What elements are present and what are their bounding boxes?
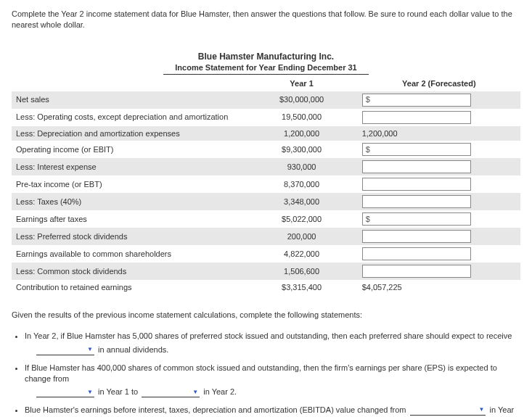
year2-cell: [358, 109, 520, 126]
row-label: Net sales: [12, 91, 245, 109]
row-label: Earnings after taxes: [12, 210, 245, 228]
year2-field[interactable]: [373, 215, 473, 223]
table-row: Pre-tax income (or EBT)8,370,000: [12, 176, 520, 193]
question-list: In Year 2, if Blue Hamster has 5,000 sha…: [12, 331, 520, 417]
year2-cell: [358, 158, 520, 176]
year1-value: $5,022,000: [245, 210, 357, 228]
table-row: Earnings available to common shareholder…: [12, 245, 520, 263]
table-row: Less: Preferred stock dividends200,000: [12, 228, 520, 245]
caret-down-icon: ▼: [192, 389, 198, 397]
table-row: Less: Operating costs, except depreciati…: [12, 109, 520, 126]
followup-intro: Given the results of the previous income…: [12, 310, 520, 321]
year2-input[interactable]: [362, 230, 471, 243]
year2-cell: $: [358, 210, 520, 228]
year1-value: $30,000,000: [245, 91, 357, 109]
dollar-sign-icon: $: [366, 214, 370, 225]
year2-cell: [358, 228, 520, 245]
year2-cell: $: [358, 91, 520, 109]
dollar-sign-icon: $: [366, 94, 370, 105]
year2-field[interactable]: [366, 232, 467, 241]
year2-cell: [358, 193, 520, 210]
row-label: Less: Preferred stock dividends: [12, 228, 245, 245]
q3-dropdown-1[interactable]: ▼: [410, 406, 486, 416]
row-label: Less: Interest expense: [12, 158, 245, 176]
row-label: Contribution to retained earnings: [12, 280, 245, 295]
row-label: Earnings available to common shareholder…: [12, 245, 245, 263]
row-label: Less: Depreciation and amortization expe…: [12, 126, 245, 141]
question-3: Blue Hamster's earnings before interest,…: [25, 405, 520, 417]
year2-field[interactable]: [366, 180, 467, 189]
year2-input[interactable]: [362, 247, 471, 260]
year1-value: 200,000: [245, 228, 357, 245]
year2-cell: $4,057,225: [358, 280, 520, 295]
year2-input[interactable]: [362, 160, 471, 173]
year2-input[interactable]: $: [362, 143, 471, 156]
table-row: Earnings after taxes$5,022,000$: [12, 210, 520, 228]
company-name: Blue Hamster Manufacturing Inc.: [12, 51, 520, 62]
year2-value: $4,057,225: [362, 282, 402, 293]
q1-text-b: in annual dividends.: [98, 345, 168, 354]
year2-cell: [358, 263, 520, 280]
year2-input[interactable]: [362, 111, 471, 124]
table-row: Less: Common stock dividends1,506,600: [12, 263, 520, 280]
year2-field[interactable]: [366, 197, 467, 206]
q2-text-a: If Blue Hamster has 400,000 shares of co…: [25, 363, 497, 383]
col-blank: [12, 76, 245, 91]
row-label: Less: Operating costs, except depreciati…: [12, 109, 245, 126]
year1-value: 4,822,000: [245, 245, 357, 263]
year1-value: 8,370,000: [245, 176, 357, 193]
year2-input[interactable]: [362, 195, 471, 208]
year2-field[interactable]: [366, 267, 467, 276]
row-label: Pre-tax income (or EBT): [12, 176, 245, 193]
caret-down-icon: ▼: [87, 346, 93, 354]
table-row: Net sales$30,000,000$: [12, 91, 520, 109]
year2-field[interactable]: [366, 113, 467, 122]
q2-text-b: in Year 1 to: [98, 387, 138, 396]
caret-down-icon: ▼: [479, 406, 485, 414]
q2-dropdown-1[interactable]: ▼: [36, 389, 94, 398]
statement-title: Income Statement for Year Ending Decembe…: [163, 62, 368, 75]
table-row: Operating income (or EBIT)$9,300,000$: [12, 141, 520, 158]
question-1: In Year 2, if Blue Hamster has 5,000 sha…: [25, 331, 520, 355]
year2-value: 1,200,000: [362, 128, 398, 139]
year2-field[interactable]: [373, 96, 473, 104]
table-row: Less: Depreciation and amortization expe…: [12, 126, 520, 141]
year1-value: 1,506,600: [245, 263, 357, 280]
year2-input[interactable]: [362, 178, 471, 191]
q2-dropdown-2[interactable]: ▼: [142, 389, 200, 398]
year1-value: 19,500,000: [245, 109, 357, 126]
income-statement-table: Year 1 Year 2 (Forecasted) Net sales$30,…: [12, 76, 520, 296]
year2-cell: [358, 176, 520, 193]
year2-field[interactable]: [366, 249, 467, 258]
year2-input[interactable]: [362, 265, 471, 278]
table-row: Less: Interest expense930,000: [12, 158, 520, 176]
table-row: Contribution to retained earnings$3,315,…: [12, 280, 520, 295]
year1-value: 930,000: [245, 158, 357, 176]
year1-value: $3,315,400: [245, 280, 357, 295]
year2-field[interactable]: [373, 145, 473, 154]
year1-value: 1,200,000: [245, 126, 357, 141]
col-year2: Year 2 (Forecasted): [358, 76, 520, 91]
q3-text-a: Blue Hamster's earnings before interest,…: [25, 405, 406, 414]
q1-dropdown[interactable]: ▼: [36, 346, 94, 355]
q1-text-a: In Year 2, if Blue Hamster has 5,000 sha…: [25, 331, 512, 340]
year2-cell: $: [358, 141, 520, 158]
row-label: Less: Common stock dividends: [12, 263, 245, 280]
year2-input[interactable]: $: [362, 94, 471, 107]
row-label: Operating income (or EBIT): [12, 141, 245, 158]
year2-cell: [358, 245, 520, 263]
col-year1: Year 1: [245, 76, 357, 91]
caret-down-icon: ▼: [87, 389, 93, 397]
year2-cell: 1,200,000: [358, 126, 520, 141]
question-2: If Blue Hamster has 400,000 shares of co…: [25, 363, 520, 398]
instructions: Complete the Year 2 income statement dat…: [12, 9, 520, 30]
year2-field[interactable]: [366, 162, 467, 171]
table-row: Less: Taxes (40%)3,348,000: [12, 193, 520, 210]
year1-value: 3,348,000: [245, 193, 357, 210]
year2-input[interactable]: $: [362, 212, 471, 226]
row-label: Less: Taxes (40%): [12, 193, 245, 210]
q2-text-c: in Year 2.: [203, 387, 237, 396]
dollar-sign-icon: $: [366, 144, 370, 155]
year1-value: $9,300,000: [245, 141, 357, 158]
